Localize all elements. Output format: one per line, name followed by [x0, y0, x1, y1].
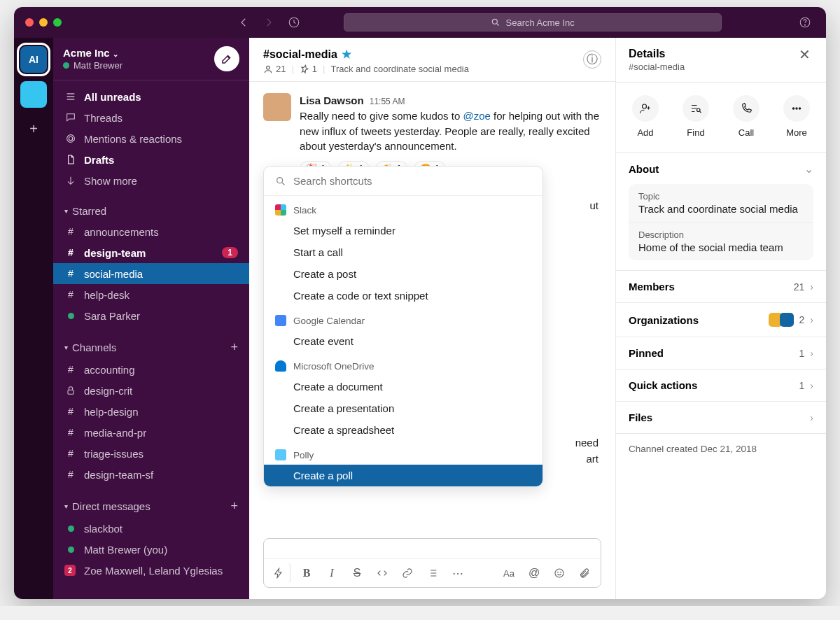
chevron-right-icon: ›	[810, 380, 813, 391]
window-controls	[25, 18, 62, 27]
compose-button[interactable]	[214, 46, 239, 71]
about-description[interactable]: Description Home of the social media tea…	[629, 222, 813, 260]
sidebar-channel-help-design[interactable]: #help-design	[53, 401, 249, 422]
shortcuts-group-onedrive: Microsoft OneDrive	[264, 352, 542, 376]
sidebar-channel-design-team[interactable]: #design-team1	[53, 242, 249, 263]
sidebar-channel-triage-issues[interactable]: #triage-issues	[53, 443, 249, 464]
details-call-button[interactable]: Call	[733, 95, 760, 138]
sidebar-dm-sara[interactable]: Sara Parker	[53, 305, 249, 326]
text-format-button[interactable]: Aa	[498, 563, 519, 583]
nav-show-more[interactable]: Show more	[53, 170, 249, 191]
add-dm-button[interactable]: +	[230, 499, 238, 514]
history-button[interactable]	[284, 13, 304, 32]
shortcuts-button[interactable]	[270, 563, 290, 583]
details-row-quick-actions[interactable]: Quick actions 1›	[616, 369, 826, 402]
close-window-icon[interactable]	[25, 18, 34, 27]
chevron-down-icon: ⌄	[113, 50, 118, 58]
details-row-members[interactable]: Members 21›	[616, 271, 826, 303]
history-back-button[interactable]	[234, 13, 253, 32]
members-icon[interactable]: 21	[263, 64, 286, 74]
sidebar-channel-announcements[interactable]: #announcements	[53, 221, 249, 242]
about-topic[interactable]: Topic Track and coordinate social media	[629, 184, 813, 222]
section-starred-header[interactable]: ▾Starred	[53, 201, 249, 221]
star-icon[interactable]: ★	[342, 48, 351, 61]
emoji-button[interactable]	[549, 563, 570, 583]
sidebar-dm-group[interactable]: 2Zoe Maxwell, Leland Yglesias	[53, 560, 249, 581]
shortcut-start-call[interactable]: Start a call	[264, 241, 542, 263]
minimize-window-icon[interactable]	[39, 18, 48, 27]
channel-topic[interactable]: Track and coordinate social media	[330, 64, 469, 74]
channel-name[interactable]: #social-media	[263, 48, 337, 61]
add-people-icon	[632, 95, 659, 122]
shortcut-create-snippet[interactable]: Create a code or text snippet	[264, 285, 542, 307]
hash-icon: #	[64, 406, 77, 417]
svg-point-12	[697, 108, 701, 112]
sidebar-channel-accounting[interactable]: #accounting	[53, 359, 249, 380]
hash-icon: #	[64, 427, 77, 438]
nav-all-unreads[interactable]: All unreads	[53, 86, 249, 107]
chevron-down-icon[interactable]: ⌄	[804, 162, 813, 176]
shortcut-create-poll[interactable]: Create a poll	[264, 465, 542, 486]
pinned-icon[interactable]: 1	[300, 64, 317, 74]
details-row-organizations[interactable]: Organizations 2›	[616, 303, 826, 337]
sidebar-dm-self[interactable]: Matt Brewer (you)	[53, 539, 249, 560]
workspace-switcher-item[interactable]	[20, 81, 47, 108]
message-list: Lisa Dawson11:55 AM Really need to give …	[249, 82, 615, 538]
code-button[interactable]	[372, 563, 393, 583]
sidebar-dm-slackbot[interactable]: slackbot	[53, 518, 249, 539]
italic-button[interactable]: I	[321, 563, 342, 583]
help-button[interactable]	[795, 13, 815, 32]
current-user-name: Matt Brewer	[74, 60, 122, 71]
presence-online-icon	[64, 547, 77, 553]
add-channel-button[interactable]: +	[230, 340, 238, 355]
details-find-button[interactable]: Find	[682, 95, 709, 138]
bold-button[interactable]: B	[296, 563, 317, 583]
shortcut-create-spreadsheet[interactable]: Create a spreadsheet	[264, 419, 542, 441]
add-workspace-button[interactable]: +	[21, 116, 46, 141]
channel-info-button[interactable]: ⓘ	[583, 50, 601, 69]
attach-button[interactable]	[574, 563, 595, 583]
history-forward-button[interactable]	[259, 13, 279, 32]
shortcut-set-reminder[interactable]: Set myself a reminder	[264, 220, 542, 241]
section-channels-header[interactable]: ▾Channels+	[53, 336, 249, 359]
close-details-button[interactable]: ✕	[795, 48, 813, 62]
shortcut-create-post[interactable]: Create a post	[264, 263, 542, 285]
sidebar-channel-design-crit[interactable]: design-crit	[53, 380, 249, 401]
details-row-files[interactable]: Files ›	[616, 402, 826, 434]
avatar[interactable]	[263, 93, 291, 121]
mention-button[interactable]: @	[524, 563, 545, 583]
hash-icon: #	[64, 364, 77, 375]
shortcuts-search-input[interactable]	[293, 175, 531, 187]
nav-threads[interactable]: Threads	[53, 107, 249, 128]
composer-input[interactable]	[264, 539, 601, 558]
sidebar-header[interactable]: Acme Inc ⌄ Matt Brewer	[53, 38, 249, 80]
link-button[interactable]	[397, 563, 418, 583]
user-mention[interactable]: @zoe	[463, 110, 490, 122]
message-item: Lisa Dawson11:55 AM Really need to give …	[263, 93, 601, 177]
hash-icon: #	[64, 247, 77, 258]
shortcut-create-document[interactable]: Create a document	[264, 376, 542, 397]
maximize-window-icon[interactable]	[53, 18, 62, 27]
workspace-switcher-current[interactable]: AI	[20, 46, 47, 73]
lock-icon	[64, 385, 77, 396]
sidebar-channel-media-and-pr[interactable]: #media-and-pr	[53, 422, 249, 443]
workspace-rail: AI +	[14, 38, 53, 599]
details-more-button[interactable]: More	[783, 95, 810, 138]
nav-drafts[interactable]: Drafts	[53, 149, 249, 170]
details-row-pinned[interactable]: Pinned 1›	[616, 337, 826, 369]
more-formatting-button[interactable]: ⋯	[447, 563, 468, 583]
details-add-button[interactable]: Add	[632, 95, 659, 138]
strike-button[interactable]: S	[346, 563, 368, 583]
sidebar-channel-social-media[interactable]: #social-media	[53, 263, 249, 284]
about-header[interactable]: About	[629, 163, 659, 175]
section-dms-header[interactable]: ▾Direct messages+	[53, 495, 249, 518]
global-search[interactable]: Search Acme Inc	[344, 13, 722, 31]
sidebar-channel-design-team-sf[interactable]: #design-team-sf	[53, 464, 249, 485]
shortcuts-search[interactable]	[264, 167, 542, 196]
shortcut-create-presentation[interactable]: Create a presentation	[264, 397, 542, 419]
nav-mentions[interactable]: Mentions & reactions	[53, 128, 249, 149]
message-author[interactable]: Lisa Dawson	[300, 93, 364, 108]
sidebar-channel-help-desk[interactable]: #help-desk	[53, 284, 249, 305]
shortcut-create-event[interactable]: Create event	[264, 330, 542, 352]
list-button[interactable]	[422, 563, 443, 583]
